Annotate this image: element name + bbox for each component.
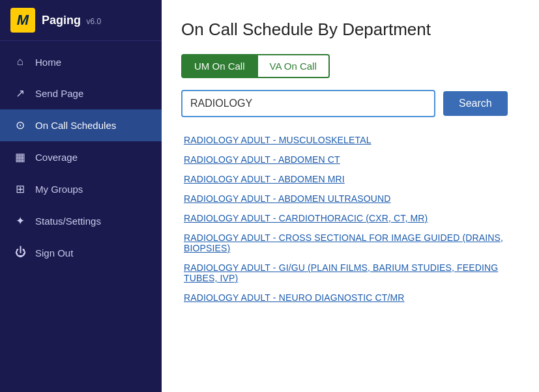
app-title: Paging v6.0 (42, 14, 101, 27)
result-link-7[interactable]: RADIOLOGY ADULT - NEURO DIAGNOSTIC CT/MR (181, 288, 519, 307)
sidebar-item-status-settings[interactable]: ✦Status/Settings (0, 205, 162, 237)
sidebar-item-label-sign-out: Sign Out (35, 247, 73, 259)
sidebar-item-label-my-groups: My Groups (35, 184, 83, 195)
sidebar-item-sign-out[interactable]: ⏻Sign Out (0, 237, 162, 268)
result-link-6[interactable]: RADIOLOGY ADULT - GI/GU (PLAIN FILMS, BA… (181, 258, 519, 288)
search-input[interactable] (181, 90, 435, 117)
sidebar-item-label-status-settings: Status/Settings (35, 216, 101, 227)
result-link-0[interactable]: RADIOLOGY ADULT - MUSCULOSKELETAL (181, 130, 519, 150)
sidebar-item-label-home: Home (35, 57, 61, 68)
page-title: On Call Schedule By Department (181, 20, 519, 40)
search-row: Search (181, 90, 519, 117)
search-button[interactable]: Search (443, 91, 508, 116)
tab-um-on-call[interactable]: UM On Call (181, 54, 258, 78)
sidebar-header: M Paging v6.0 (0, 0, 162, 41)
sidebar-item-label-coverage: Coverage (35, 152, 78, 163)
home-icon: ⌂ (13, 55, 27, 68)
result-link-3[interactable]: RADIOLOGY ADULT - ABDOMEN ULTRASOUND (181, 189, 519, 208)
sidebar: M Paging v6.0 ⌂Home↗Send Page⊙On Call Sc… (0, 0, 162, 392)
result-link-1[interactable]: RADIOLOGY ADULT - ABDOMEN CT (181, 150, 519, 169)
my-groups-icon: ⊞ (13, 182, 27, 196)
tab-va-on-call[interactable]: VA On Call (258, 54, 330, 78)
app-title-text: Paging (42, 14, 81, 27)
sidebar-item-home[interactable]: ⌂Home (0, 46, 162, 77)
result-link-4[interactable]: RADIOLOGY ADULT - CARDIOTHORACIC (CXR, C… (181, 208, 519, 228)
sidebar-item-my-groups[interactable]: ⊞My Groups (0, 173, 162, 205)
sidebar-item-coverage[interactable]: ▦Coverage (0, 141, 162, 173)
app-version: v6.0 (86, 17, 101, 26)
sidebar-item-label-send-page: Send Page (35, 88, 83, 99)
app-logo: M (10, 8, 35, 33)
sign-out-icon: ⏻ (13, 246, 27, 259)
sidebar-item-label-on-call-schedules: On Call Schedules (35, 120, 116, 131)
sidebar-item-on-call-schedules[interactable]: ⊙On Call Schedules (0, 109, 162, 141)
sidebar-nav: ⌂Home↗Send Page⊙On Call Schedules▦Covera… (0, 41, 162, 268)
tab-row: UM On Call VA On Call (181, 54, 519, 78)
send-page-icon: ↗ (13, 87, 27, 100)
status-settings-icon: ✦ (13, 214, 27, 228)
result-link-5[interactable]: RADIOLOGY ADULT - CROSS SECTIONAL FOR IM… (181, 228, 519, 258)
result-link-2[interactable]: RADIOLOGY ADULT - ABDOMEN MRI (181, 169, 519, 189)
on-call-schedules-icon: ⊙ (13, 119, 27, 132)
main-content: On Call Schedule By Department UM On Cal… (162, 0, 539, 392)
sidebar-item-send-page[interactable]: ↗Send Page (0, 77, 162, 109)
coverage-icon: ▦ (13, 150, 27, 164)
results-list: RADIOLOGY ADULT - MUSCULOSKELETALRADIOLO… (181, 130, 519, 307)
